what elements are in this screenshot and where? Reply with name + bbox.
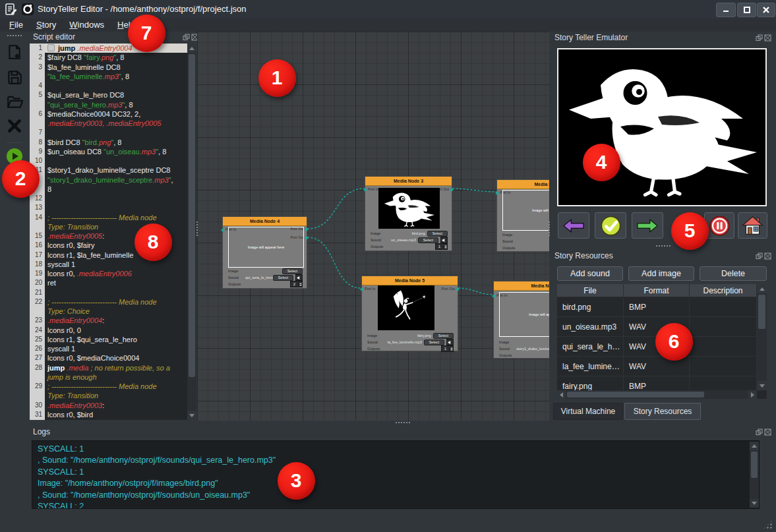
- node-title[interactable]: Media Node 5: [362, 276, 458, 285]
- select-image-button[interactable]: Select: [282, 268, 303, 274]
- menu-story[interactable]: Story: [30, 18, 63, 31]
- logs-output[interactable]: SYSCALL: 1, Sound: "/home/anthony/ostpro…: [32, 440, 760, 509]
- node-title[interactable]: Media Node 4: [223, 217, 307, 226]
- table-row[interactable]: la_fee_lumine…WAV: [557, 357, 757, 376]
- node-graph-canvas[interactable]: Media Node 4 Port In Port Out Port Out I…: [197, 32, 549, 421]
- media-node-4[interactable]: Media Node 4 Port In Port Out Port Out I…: [222, 216, 307, 289]
- select-sound-button[interactable]: Select: [418, 237, 438, 243]
- editor-line[interactable]: 7: [30, 128, 187, 137]
- editor-line[interactable]: 32lcons r1, $un_oiseau: [30, 419, 187, 420]
- column-header-format[interactable]: Format: [624, 284, 690, 297]
- close-dock-icon[interactable]: [764, 34, 771, 42]
- table-hscrollbar[interactable]: [557, 390, 757, 399]
- save-icon[interactable]: [6, 69, 23, 86]
- editor-line[interactable]: 24lcons r0, 0: [30, 326, 187, 335]
- maximize-button[interactable]: [737, 3, 756, 17]
- editor-line[interactable]: 10: [30, 156, 187, 165]
- editor-line[interactable]: 11$story1_drako_luminelle_sceptre DC8: [30, 165, 187, 175]
- node-title[interactable]: Media Node 3: [365, 177, 452, 186]
- editor-line[interactable]: 25lcons r1, $qui_sera_le_hero: [30, 335, 187, 344]
- editor-line[interactable]: "qui_sera_le_hero.mp3", 8: [30, 100, 187, 109]
- delete-button[interactable]: Delete: [700, 266, 767, 281]
- editor-line[interactable]: 28jump .media ; no return possible, so a: [30, 363, 187, 372]
- float-dock-icon[interactable]: [756, 252, 763, 260]
- emulator-home-button[interactable]: [738, 212, 767, 239]
- add-image-button[interactable]: Add image: [628, 266, 694, 281]
- add-sound-button[interactable]: Add sound: [557, 266, 623, 281]
- editor-line[interactable]: 19lcons r0, .mediaEntry0006: [30, 269, 187, 278]
- select-sound-button[interactable]: Select: [424, 340, 444, 345]
- editor-line[interactable]: "la_fee_luminelle.mp3", 8: [30, 72, 187, 81]
- port-in[interactable]: Port In: [365, 287, 375, 291]
- editor-line[interactable]: 9$un_oiseau DC8 "un_oiseau.mp3", 8: [30, 147, 187, 156]
- tab-virtual-machine[interactable]: Virtual Machine: [553, 403, 623, 420]
- toolbar-drag-handle[interactable]: [7, 34, 22, 37]
- table-vscrollbar[interactable]: [757, 284, 767, 390]
- emulator-back-button[interactable]: [558, 212, 589, 239]
- menu-file[interactable]: File: [3, 18, 30, 31]
- editor-line[interactable]: 26syscall 1: [30, 344, 187, 353]
- close-button[interactable]: [757, 3, 775, 17]
- editor-line[interactable]: Type: Choice: [30, 307, 187, 316]
- media-node-5[interactable]: Media Node 5 Port In Port Out Image fair…: [361, 276, 458, 351]
- tab-story-resources[interactable]: Story Resources: [624, 403, 701, 420]
- column-header-description[interactable]: Description: [690, 284, 757, 297]
- close-dock-icon[interactable]: [764, 429, 771, 436]
- resize-grip[interactable]: [763, 519, 773, 530]
- menu-windows[interactable]: Windows: [63, 18, 111, 31]
- splitter-right[interactable]: [548, 221, 551, 237]
- play-sound-icon[interactable]: [440, 237, 448, 243]
- editor-line[interactable]: 12: [30, 194, 187, 203]
- editor-line[interactable]: "story1_drako_luminelle_sceptre.mp3",: [30, 175, 187, 185]
- editor-line[interactable]: 21: [30, 288, 187, 297]
- play-sound-icon[interactable]: [446, 339, 454, 345]
- table-row[interactable]: fairy.pngBMP: [557, 376, 757, 390]
- select-sound-button[interactable]: Select: [273, 275, 293, 281]
- float-dock-icon[interactable]: [756, 429, 763, 436]
- emulator-next-button[interactable]: [632, 212, 663, 239]
- new-project-icon[interactable]: [6, 44, 23, 61]
- editor-line[interactable]: 8$bird DC8 "bird.png", 8: [30, 138, 187, 147]
- select-image-button[interactable]: Select: [427, 231, 448, 237]
- emulator-ok-button[interactable]: [595, 212, 626, 239]
- title-bar[interactable]: StoryTeller Editor - /home/anthony/ostpr…: [0, 0, 776, 19]
- media-node-6[interactable]: Media Node 6 Port In Image will appear h…: [493, 281, 549, 359]
- logs-scrollbar[interactable]: [750, 442, 759, 508]
- port-out[interactable]: Port Out: [442, 287, 455, 291]
- editor-line[interactable]: 14; --------------------------- Media no…: [30, 213, 187, 222]
- editor-line[interactable]: 4: [30, 81, 187, 90]
- editor-line[interactable]: 29; --------------------------- Media no…: [30, 382, 187, 391]
- editor-scrollbar[interactable]: [187, 44, 196, 420]
- editor-line[interactable]: 18syscall 1: [30, 260, 187, 269]
- editor-line[interactable]: 3$la_fee_luminelle DC8: [30, 63, 187, 72]
- float-dock-icon[interactable]: [183, 34, 190, 41]
- editor-line[interactable]: 23.mediaEntry0004:: [30, 316, 187, 325]
- play-sound-icon[interactable]: [295, 274, 303, 281]
- outputs-spinbox[interactable]: 1: [441, 345, 454, 352]
- outputs-spinbox[interactable]: 1: [435, 243, 448, 250]
- open-icon[interactable]: [6, 94, 23, 111]
- editor-line[interactable]: .mediaEntry0003, .mediaEntry0005: [30, 119, 187, 128]
- outputs-spinbox[interactable]: 2: [290, 281, 303, 287]
- editor-line[interactable]: 1jump .mediaEntry0004: [30, 44, 187, 53]
- table-row[interactable]: bird.pngBMP: [557, 297, 757, 317]
- editor-line[interactable]: 2$fairy DC8 "fairy.png", 8: [30, 53, 187, 62]
- editor-line[interactable]: 8: [30, 185, 187, 194]
- port-in[interactable]: Port In: [368, 187, 378, 191]
- media-node-7[interactable]: Media Node 7 Port In Image will appear h…: [496, 179, 549, 252]
- editor-line[interactable]: Type: Transition: [30, 391, 187, 400]
- editor-line[interactable]: 6$mediaChoice0004 DC32, 2,: [30, 109, 187, 119]
- select-image-button[interactable]: Select: [433, 333, 454, 339]
- editor-line[interactable]: 27lcons r0, $mediaChoice0004: [30, 353, 187, 363]
- close-project-icon[interactable]: [6, 117, 23, 134]
- editor-line[interactable]: jump is enough: [30, 372, 187, 382]
- close-dock-icon[interactable]: [764, 252, 771, 260]
- editor-line[interactable]: 22; --------------------------- Media no…: [30, 297, 187, 307]
- splitter-emulator[interactable]: [655, 245, 671, 247]
- splitter-bottom[interactable]: [395, 421, 411, 424]
- editor-line[interactable]: 5$qui_sera_le_hero DC8: [30, 90, 187, 100]
- editor-line[interactable]: 13: [30, 203, 187, 212]
- editor-line[interactable]: 31lcons r0, $bird: [30, 410, 187, 419]
- media-node-3[interactable]: Media Node 3 Port In Port Out Image bird…: [365, 176, 452, 251]
- float-dock-icon[interactable]: [756, 34, 763, 42]
